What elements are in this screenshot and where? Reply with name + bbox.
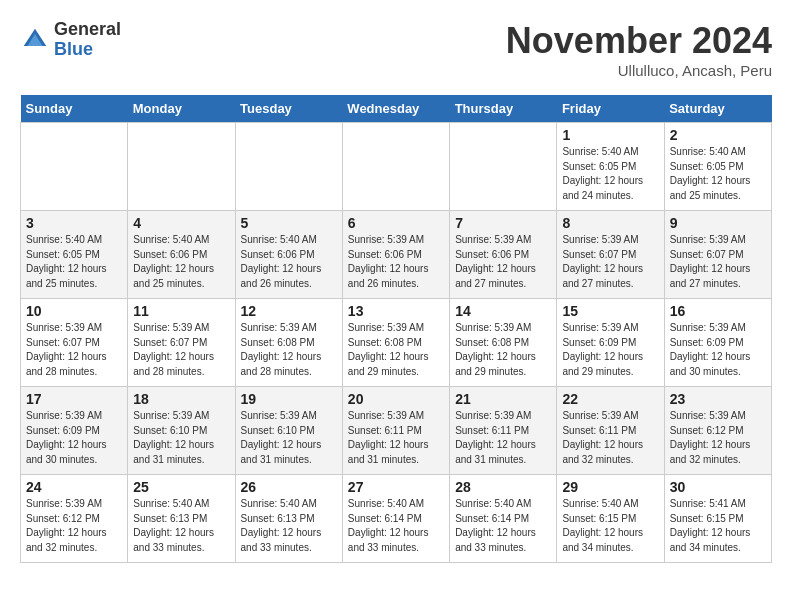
calendar-day-cell: 26Sunrise: 5:40 AM Sunset: 6:13 PM Dayli… [235,475,342,563]
logo-icon [20,25,50,55]
day-info: Sunrise: 5:39 AM Sunset: 6:07 PM Dayligh… [562,233,658,291]
day-info: Sunrise: 5:40 AM Sunset: 6:14 PM Dayligh… [348,497,444,555]
weekday-header-sunday: Sunday [21,95,128,123]
day-info: Sunrise: 5:39 AM Sunset: 6:12 PM Dayligh… [26,497,122,555]
day-number: 5 [241,215,337,231]
day-number: 11 [133,303,229,319]
day-number: 14 [455,303,551,319]
day-number: 26 [241,479,337,495]
day-number: 10 [26,303,122,319]
calendar-day-cell: 20Sunrise: 5:39 AM Sunset: 6:11 PM Dayli… [342,387,449,475]
calendar-day-cell [128,123,235,211]
calendar-day-cell: 15Sunrise: 5:39 AM Sunset: 6:09 PM Dayli… [557,299,664,387]
calendar-week-row: 24Sunrise: 5:39 AM Sunset: 6:12 PM Dayli… [21,475,772,563]
calendar-day-cell: 30Sunrise: 5:41 AM Sunset: 6:15 PM Dayli… [664,475,771,563]
day-info: Sunrise: 5:40 AM Sunset: 6:05 PM Dayligh… [26,233,122,291]
day-info: Sunrise: 5:39 AM Sunset: 6:08 PM Dayligh… [241,321,337,379]
day-number: 20 [348,391,444,407]
day-info: Sunrise: 5:39 AM Sunset: 6:07 PM Dayligh… [133,321,229,379]
day-number: 27 [348,479,444,495]
day-number: 2 [670,127,766,143]
day-number: 16 [670,303,766,319]
calendar-day-cell: 1Sunrise: 5:40 AM Sunset: 6:05 PM Daylig… [557,123,664,211]
title-block: November 2024 Ullulluco, Ancash, Peru [506,20,772,79]
calendar-day-cell: 28Sunrise: 5:40 AM Sunset: 6:14 PM Dayli… [450,475,557,563]
day-info: Sunrise: 5:40 AM Sunset: 6:13 PM Dayligh… [241,497,337,555]
day-number: 7 [455,215,551,231]
calendar-day-cell [21,123,128,211]
day-number: 13 [348,303,444,319]
day-info: Sunrise: 5:40 AM Sunset: 6:05 PM Dayligh… [562,145,658,203]
day-info: Sunrise: 5:39 AM Sunset: 6:06 PM Dayligh… [348,233,444,291]
calendar-day-cell [235,123,342,211]
calendar-day-cell: 27Sunrise: 5:40 AM Sunset: 6:14 PM Dayli… [342,475,449,563]
day-number: 15 [562,303,658,319]
calendar-day-cell: 12Sunrise: 5:39 AM Sunset: 6:08 PM Dayli… [235,299,342,387]
day-info: Sunrise: 5:39 AM Sunset: 6:09 PM Dayligh… [562,321,658,379]
weekday-header-friday: Friday [557,95,664,123]
weekday-header-monday: Monday [128,95,235,123]
calendar-day-cell [342,123,449,211]
location: Ullulluco, Ancash, Peru [506,62,772,79]
day-info: Sunrise: 5:39 AM Sunset: 6:11 PM Dayligh… [455,409,551,467]
day-info: Sunrise: 5:40 AM Sunset: 6:05 PM Dayligh… [670,145,766,203]
calendar-day-cell: 11Sunrise: 5:39 AM Sunset: 6:07 PM Dayli… [128,299,235,387]
day-number: 23 [670,391,766,407]
calendar-week-row: 1Sunrise: 5:40 AM Sunset: 6:05 PM Daylig… [21,123,772,211]
day-info: Sunrise: 5:40 AM Sunset: 6:13 PM Dayligh… [133,497,229,555]
calendar-day-cell: 5Sunrise: 5:40 AM Sunset: 6:06 PM Daylig… [235,211,342,299]
calendar-week-row: 10Sunrise: 5:39 AM Sunset: 6:07 PM Dayli… [21,299,772,387]
calendar-day-cell: 6Sunrise: 5:39 AM Sunset: 6:06 PM Daylig… [342,211,449,299]
calendar-day-cell: 19Sunrise: 5:39 AM Sunset: 6:10 PM Dayli… [235,387,342,475]
day-info: Sunrise: 5:39 AM Sunset: 6:08 PM Dayligh… [455,321,551,379]
day-number: 19 [241,391,337,407]
day-number: 9 [670,215,766,231]
day-info: Sunrise: 5:39 AM Sunset: 6:09 PM Dayligh… [26,409,122,467]
weekday-header-saturday: Saturday [664,95,771,123]
day-number: 24 [26,479,122,495]
calendar-day-cell: 16Sunrise: 5:39 AM Sunset: 6:09 PM Dayli… [664,299,771,387]
logo-text: General Blue [54,20,121,60]
day-number: 12 [241,303,337,319]
day-number: 17 [26,391,122,407]
weekday-header-wednesday: Wednesday [342,95,449,123]
calendar-week-row: 3Sunrise: 5:40 AM Sunset: 6:05 PM Daylig… [21,211,772,299]
day-info: Sunrise: 5:40 AM Sunset: 6:06 PM Dayligh… [133,233,229,291]
calendar-day-cell: 24Sunrise: 5:39 AM Sunset: 6:12 PM Dayli… [21,475,128,563]
calendar-day-cell: 13Sunrise: 5:39 AM Sunset: 6:08 PM Dayli… [342,299,449,387]
day-number: 30 [670,479,766,495]
logo: General Blue [20,20,121,60]
calendar-day-cell: 4Sunrise: 5:40 AM Sunset: 6:06 PM Daylig… [128,211,235,299]
day-number: 25 [133,479,229,495]
day-info: Sunrise: 5:40 AM Sunset: 6:14 PM Dayligh… [455,497,551,555]
day-number: 6 [348,215,444,231]
calendar-day-cell: 10Sunrise: 5:39 AM Sunset: 6:07 PM Dayli… [21,299,128,387]
day-info: Sunrise: 5:39 AM Sunset: 6:07 PM Dayligh… [26,321,122,379]
day-info: Sunrise: 5:39 AM Sunset: 6:07 PM Dayligh… [670,233,766,291]
day-info: Sunrise: 5:39 AM Sunset: 6:10 PM Dayligh… [241,409,337,467]
day-info: Sunrise: 5:39 AM Sunset: 6:11 PM Dayligh… [348,409,444,467]
day-info: Sunrise: 5:39 AM Sunset: 6:09 PM Dayligh… [670,321,766,379]
calendar-day-cell: 9Sunrise: 5:39 AM Sunset: 6:07 PM Daylig… [664,211,771,299]
day-info: Sunrise: 5:39 AM Sunset: 6:11 PM Dayligh… [562,409,658,467]
day-info: Sunrise: 5:39 AM Sunset: 6:06 PM Dayligh… [455,233,551,291]
weekday-header-row: SundayMondayTuesdayWednesdayThursdayFrid… [21,95,772,123]
day-info: Sunrise: 5:41 AM Sunset: 6:15 PM Dayligh… [670,497,766,555]
day-number: 4 [133,215,229,231]
calendar-day-cell: 7Sunrise: 5:39 AM Sunset: 6:06 PM Daylig… [450,211,557,299]
calendar-week-row: 17Sunrise: 5:39 AM Sunset: 6:09 PM Dayli… [21,387,772,475]
weekday-header-tuesday: Tuesday [235,95,342,123]
month-title: November 2024 [506,20,772,62]
calendar-day-cell: 2Sunrise: 5:40 AM Sunset: 6:05 PM Daylig… [664,123,771,211]
day-info: Sunrise: 5:39 AM Sunset: 6:10 PM Dayligh… [133,409,229,467]
day-number: 29 [562,479,658,495]
calendar-day-cell [450,123,557,211]
day-info: Sunrise: 5:40 AM Sunset: 6:06 PM Dayligh… [241,233,337,291]
calendar-day-cell: 18Sunrise: 5:39 AM Sunset: 6:10 PM Dayli… [128,387,235,475]
calendar-day-cell: 22Sunrise: 5:39 AM Sunset: 6:11 PM Dayli… [557,387,664,475]
logo-general-text: General [54,20,121,40]
day-number: 18 [133,391,229,407]
calendar-day-cell: 14Sunrise: 5:39 AM Sunset: 6:08 PM Dayli… [450,299,557,387]
day-number: 3 [26,215,122,231]
day-number: 22 [562,391,658,407]
